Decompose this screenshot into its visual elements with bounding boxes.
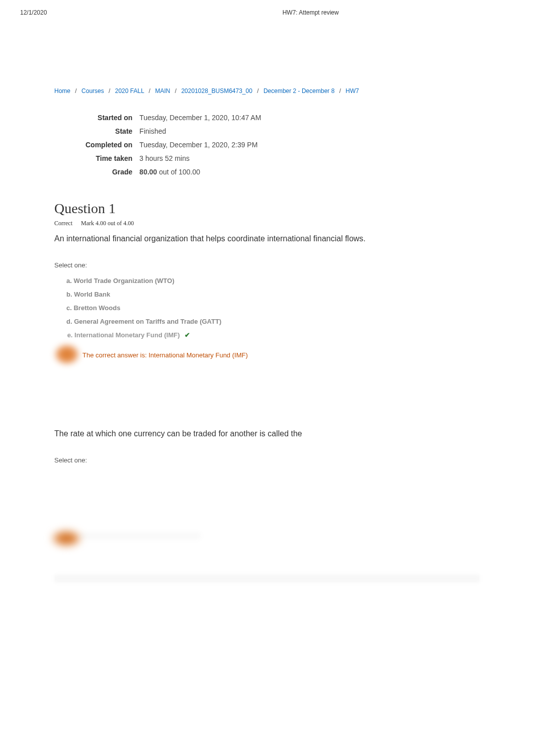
option-key: b. bbox=[66, 291, 72, 298]
option-e[interactable]: e. International Monetary Fund (IMF) ✔ bbox=[56, 328, 480, 342]
breadcrumb-hw7[interactable]: HW7 bbox=[345, 87, 359, 94]
option-d[interactable]: d. General Agreement on Tariffs and Trad… bbox=[66, 315, 480, 328]
breadcrumb-sep: / bbox=[149, 87, 150, 94]
breadcrumb-home[interactable]: Home bbox=[54, 87, 70, 94]
breadcrumb-sep: / bbox=[257, 87, 258, 94]
option-text: World Trade Organization (WTO) bbox=[73, 277, 174, 285]
blur-line bbox=[79, 532, 200, 539]
summary-row: State Finished bbox=[85, 126, 261, 139]
option-key: e. bbox=[67, 331, 73, 339]
option-text: World Bank bbox=[74, 291, 110, 298]
option-key: a. bbox=[66, 277, 72, 285]
grade-suffix: out of 100.00 bbox=[157, 168, 200, 176]
correct-feedback: The correct answer is: International Mon… bbox=[63, 351, 480, 359]
breadcrumb-sep: / bbox=[175, 87, 176, 94]
options-list: a. World Trade Organization (WTO) b. Wor… bbox=[54, 274, 480, 342]
select-one-label: Select one: bbox=[54, 456, 480, 464]
summary-row: Started on Tuesday, December 1, 2020, 10… bbox=[85, 113, 261, 125]
radio-icon bbox=[56, 332, 63, 339]
attempt-summary-table: Started on Tuesday, December 1, 2020, 10… bbox=[84, 112, 262, 180]
question-text: An international financial organization … bbox=[54, 234, 480, 243]
breadcrumb-sep: / bbox=[75, 87, 76, 94]
breadcrumb-week[interactable]: December 2 - December 8 bbox=[263, 87, 334, 94]
option-key: c. bbox=[66, 304, 72, 312]
summary-row: Time taken 3 hours 52 mins bbox=[85, 153, 261, 166]
breadcrumb-courses[interactable]: Courses bbox=[81, 87, 104, 94]
breadcrumb-sep: / bbox=[339, 87, 341, 94]
summary-label: Completed on bbox=[85, 140, 138, 152]
option-b[interactable]: b. World Bank bbox=[66, 288, 480, 301]
summary-row: Completed on Tuesday, December 1, 2020, … bbox=[85, 140, 261, 152]
question-title: Question 1 bbox=[54, 201, 480, 217]
select-one-label: Select one: bbox=[54, 261, 480, 269]
summary-value: 3 hours 52 mins bbox=[139, 153, 261, 166]
header-date: 12/1/2020 bbox=[20, 9, 47, 16]
blurred-footer-bar bbox=[54, 575, 480, 583]
correct-prefix: The correct answer is: bbox=[82, 351, 149, 359]
option-text: General Agreement on Tariffs and Trade (… bbox=[74, 318, 221, 325]
breadcrumb: Home / Courses / 2020 FALL / MAIN / 2020… bbox=[54, 87, 480, 94]
check-icon: ✔ bbox=[185, 331, 190, 339]
question-status: Correct bbox=[54, 220, 72, 227]
page-header: 12/1/2020 HW7: Attempt review bbox=[0, 0, 534, 22]
grade-number: 80.00 bbox=[139, 168, 157, 176]
question-2: The rate at which one currency can be tr… bbox=[54, 429, 480, 583]
blur-overlay bbox=[50, 529, 82, 547]
question-mark: Mark 4.00 out of 4.00 bbox=[81, 220, 134, 227]
summary-value: Finished bbox=[139, 126, 261, 139]
summary-value: Tuesday, December 1, 2020, 10:47 AM bbox=[139, 113, 261, 125]
question-1: Question 1 Correct Mark 4.00 out of 4.00… bbox=[54, 201, 480, 359]
option-key: d. bbox=[66, 318, 72, 325]
question-meta: Correct Mark 4.00 out of 4.00 bbox=[54, 220, 480, 227]
summary-label: Started on bbox=[85, 113, 138, 125]
main-content: Home / Courses / 2020 FALL / MAIN / 2020… bbox=[0, 22, 534, 603]
header-title: HW7: Attempt review bbox=[47, 9, 514, 16]
breadcrumb-2020fall[interactable]: 2020 FALL bbox=[115, 87, 144, 94]
option-text: Bretton Woods bbox=[73, 304, 120, 312]
correct-answer-text: The correct answer is: International Mon… bbox=[63, 351, 480, 359]
breadcrumb-main[interactable]: MAIN bbox=[155, 87, 170, 94]
correct-answer: International Monetary Fund (IMF) bbox=[149, 351, 248, 359]
option-c[interactable]: c. Bretton Woods bbox=[66, 301, 480, 315]
blurred-feedback bbox=[54, 529, 480, 559]
summary-row-grade: Grade 80.00 out of 100.00 bbox=[85, 167, 261, 179]
summary-label: State bbox=[85, 126, 138, 139]
option-a[interactable]: a. World Trade Organization (WTO) bbox=[66, 274, 480, 288]
summary-grade-value: 80.00 out of 100.00 bbox=[139, 167, 261, 179]
breadcrumb-course-code[interactable]: 20201028_BUSM6473_00 bbox=[181, 87, 252, 94]
summary-grade-label: Grade bbox=[85, 167, 138, 179]
breadcrumb-sep: / bbox=[109, 87, 110, 94]
option-text: International Monetary Fund (IMF) bbox=[74, 331, 180, 339]
summary-value: Tuesday, December 1, 2020, 2:39 PM bbox=[139, 140, 261, 152]
summary-label: Time taken bbox=[85, 153, 138, 166]
question-text: The rate at which one currency can be tr… bbox=[54, 429, 480, 438]
